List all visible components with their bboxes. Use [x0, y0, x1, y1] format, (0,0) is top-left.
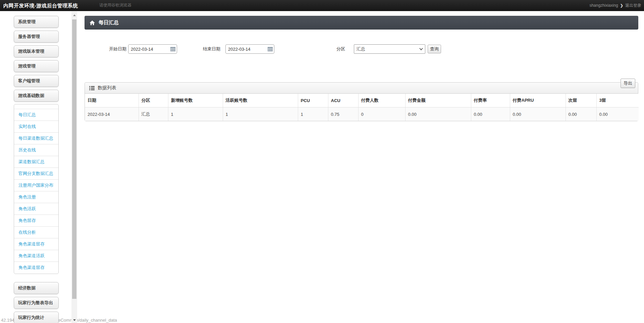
start-date-input[interactable] — [128, 44, 177, 54]
table-header-row: 日期分区新增账号数活跃账号数PCUACU付费人数付费金额付费率付费APRU次留3… — [85, 94, 639, 107]
table-cell: 0 — [358, 107, 405, 121]
sidebar-group-button[interactable]: 玩家行为整表导出 — [14, 297, 59, 309]
sidebar-group-list: 系统管理服务器管理游戏版本管理游戏管理客户端管理游戏基础数据 — [14, 16, 59, 102]
chevron-down-icon — [419, 48, 423, 50]
table-cell: 0.00 — [405, 107, 471, 121]
data-panel-header: 数据列表 导出 — [85, 83, 638, 94]
sidebar-item[interactable]: 角色渠道留存 — [14, 238, 58, 250]
calendar-icon[interactable] — [268, 47, 273, 52]
query-button[interactable]: 查询 — [428, 45, 441, 53]
start-date-label: 开始日期 — [109, 44, 126, 54]
table-cell: 1 — [298, 107, 328, 121]
column-header: 新增账号数 — [168, 94, 223, 107]
table-cell: 1 — [223, 107, 298, 121]
calendar-icon[interactable] — [170, 47, 175, 52]
sidebar-item[interactable]: 角色注册 — [14, 191, 58, 203]
export-button[interactable]: 导出 — [621, 79, 635, 88]
sidebar-group-button[interactable]: 玩家行为统计 — [14, 312, 59, 323]
sidebar-item[interactable]: 角色渠道留存 — [14, 262, 58, 274]
top-bar: 内网开发环境-游戏后台管理系统 请使用谷歌浏览器 shangzhixiaxing… — [0, 0, 644, 11]
list-icon — [89, 86, 95, 90]
sidebar-item[interactable]: 每日汇总 — [14, 109, 58, 121]
filter-bar: 开始日期 结束日期 分区 汇总 — [85, 44, 638, 54]
table-cell: 0.00 — [566, 107, 596, 121]
end-date-label: 结束日期 — [203, 44, 220, 54]
table-cell: 0.00 — [596, 107, 639, 121]
sidebar-group-button[interactable]: 游戏管理 — [14, 60, 59, 72]
table-cell: 0.00 — [471, 107, 510, 121]
table-cell: 0.00 — [510, 107, 566, 121]
sidebar-group-button[interactable]: 客户端管理 — [14, 75, 59, 87]
column-header: 分区 — [139, 94, 168, 107]
scroll-up-arrow-icon[interactable] — [71, 12, 77, 18]
partition-select-value: 汇总 — [357, 46, 365, 52]
table-cell: 汇总 — [139, 107, 168, 121]
sidebar-item[interactable]: 每日渠道数据汇总 — [14, 133, 58, 144]
column-header: 活跃账号数 — [223, 94, 298, 107]
home-icon — [90, 20, 95, 25]
sidebar-item[interactable]: 角色活跃 — [14, 203, 58, 215]
column-header: 付费APRU — [510, 94, 566, 107]
sidebar-group-button[interactable]: 游戏版本管理 — [14, 45, 59, 57]
start-date-wrap — [128, 44, 177, 54]
sidebar-group-button[interactable]: 游戏基础数据 — [14, 90, 59, 102]
logout-link[interactable]: 退出登录 — [625, 0, 641, 11]
sidebar-item[interactable]: 角色渠道活跃 — [14, 250, 58, 262]
column-header: 3留 — [596, 94, 639, 107]
column-header: 日期 — [85, 94, 139, 107]
column-header: 付费率 — [471, 94, 510, 107]
data-table: 日期分区新增账号数活跃账号数PCUACU付费人数付费金额付费率付费APRU次留3… — [85, 94, 639, 121]
data-panel: 数据列表 导出 日期分区新增账号数活跃账号数PCUACU付费人数付费金额付费率付… — [85, 82, 638, 121]
username: shangzhixiaxing — [589, 0, 618, 11]
page-header: 每日汇总 — [85, 16, 638, 30]
sidebar-item[interactable]: 注册用户国家分布 — [14, 180, 58, 191]
chevron-right-icon: ❯ — [620, 0, 623, 11]
sidebar-item[interactable]: 历史在线 — [14, 144, 58, 156]
sidebar-group-button[interactable]: 经济数据 — [14, 282, 59, 294]
browser-notice: 请使用谷歌浏览器 — [99, 0, 131, 10]
end-date-input[interactable] — [225, 44, 274, 54]
sidebar-group-button[interactable]: 系统管理 — [14, 16, 59, 28]
sidebar-item[interactable]: 角色留存 — [14, 215, 58, 227]
column-header: 付费金额 — [405, 94, 471, 107]
scrollbar-thumb[interactable] — [72, 19, 76, 299]
app-title: 内网开发环境-游戏后台管理系统 — [3, 0, 78, 11]
partition-label: 分区 — [336, 44, 345, 54]
submenu-spacer — [14, 104, 58, 109]
sidebar-group-button[interactable]: 服务器管理 — [14, 31, 59, 43]
data-panel-title: 数据列表 — [98, 85, 116, 91]
scroll-down-arrow-icon[interactable] — [71, 317, 77, 323]
table-cell: 2022-03-14 — [85, 107, 139, 121]
sidebar-item[interactable]: 渠道数据汇总 — [14, 156, 58, 168]
sidebar-group-list-bottom: 经济数据玩家行为整表导出玩家行为统计 — [14, 282, 59, 323]
page-title: 每日汇总 — [99, 19, 119, 26]
end-date-wrap — [225, 44, 274, 54]
column-header: PCU — [298, 94, 328, 107]
sidebar: 系统管理服务器管理游戏版本管理游戏管理客户端管理游戏基础数据 每日汇总实时在线每… — [14, 16, 59, 323]
column-header: 次留 — [566, 94, 596, 107]
sidebar-scrollbar[interactable] — [71, 11, 77, 323]
column-header: 付费人数 — [358, 94, 405, 107]
partition-select[interactable]: 汇总 — [354, 44, 425, 54]
sidebar-item[interactable]: 实时在线 — [14, 121, 58, 133]
user-box: shangzhixiaxing ❯ 退出登录 — [589, 0, 641, 11]
sidebar-item[interactable]: 官网分支数据汇总 — [14, 168, 58, 180]
table-cell: 1 — [168, 107, 223, 121]
table-cell: 0.75 — [328, 107, 358, 121]
column-header: ACU — [328, 94, 358, 107]
sidebar-submenu: 每日汇总实时在线每日渠道数据汇总历史在线渠道数据汇总官网分支数据汇总注册用户国家… — [14, 104, 59, 274]
table-row: 2022-03-14汇总1110.7500.000.000.000.000.00 — [85, 107, 639, 121]
sidebar-item[interactable]: 在线分析 — [14, 227, 58, 238]
